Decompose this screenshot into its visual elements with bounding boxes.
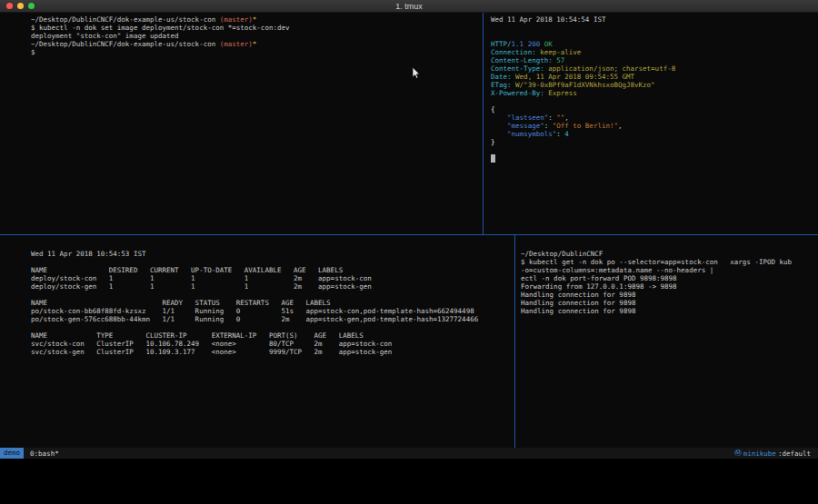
desktop-background: 1. tmux ~/Desktop/DublinCNCF/dok-example…: [0, 0, 818, 504]
close-button[interactable]: [6, 3, 13, 9]
terminal-line: "message": "Off to Berlin!",: [491, 122, 814, 130]
terminal-line: Handling connection for 9898: [521, 291, 816, 299]
pane-bottom-right-port-forward[interactable]: ~/Desktop/DublinCNCF$ kubectl get -n dok…: [515, 235, 818, 448]
terminal-line: [31, 291, 509, 299]
terminal-line: deploy/stock-gen 1 1 1 1 2m app=stock-ge…: [31, 282, 509, 291]
pane-top-left-shell[interactable]: ~/Desktop/DublinCNCF/dok-example-us/stoc…: [0, 13, 483, 234]
terminal-line: [31, 258, 509, 266]
terminal-line: -o=custom-columns=:metadata.name --no-he…: [521, 266, 816, 274]
terminal-line: NAME READY STATUS RESTARTS AGE LABELS: [31, 299, 509, 307]
pane-top-right-http-response[interactable]: Wed 11 Apr 2018 10:54:54 ISTHTTP/1.1 200…: [484, 13, 818, 234]
terminal-line: deployment "stock-con" image updated: [31, 32, 477, 40]
terminal-line: X-Powered-By: Express: [491, 89, 814, 97]
terminal-line: ETag: W/"39-0xBPf9aF1dXVNkhsxoBQgJ8vKzo": [491, 81, 814, 89]
terminal-line: Wed 11 Apr 2018 10:54:54 IST: [491, 15, 814, 24]
terminal-line: [491, 32, 814, 40]
minikube-context-name: minikube: [743, 450, 776, 458]
terminal-line: Date: Wed, 11 Apr 2018 09:54:55 GMT: [491, 73, 814, 81]
terminal-line: svc/stock-gen ClusterIP 10.109.3.177 <no…: [31, 348, 509, 356]
terminal-line: ~/Desktop/DublinCNCF/dok-example-us/stoc…: [31, 15, 477, 24]
terminal-line: ~/Desktop/DublinCNCF/dok-example-us/stoc…: [31, 40, 477, 48]
tmux-session: ~/Desktop/DublinCNCF/dok-example-us/stoc…: [0, 13, 818, 448]
terminal-line: po/stock-gen-576cc688bb-44kmn 1/1 Runnin…: [31, 315, 509, 323]
terminal-line: Content-Length: 57: [491, 56, 814, 64]
terminal-line: $ kubectl get -n dok po --selector=app=s…: [521, 258, 816, 266]
terminal-line: Forwarding from 127.0.0.1:9898 -> 9898: [521, 282, 816, 291]
terminal-line: Content-Type: application/json; charset=…: [491, 64, 814, 73]
terminal-line: svc/stock-con ClusterIP 10.106.78.249 <n…: [31, 340, 509, 348]
terminal-line: }: [491, 138, 814, 146]
traffic-lights: [6, 3, 35, 9]
terminal-line: deploy/stock-con 1 1 1 1 2m app=stock-co…: [31, 274, 509, 282]
window-tab-bash[interactable]: 0:bash*: [30, 450, 59, 458]
window-title: 1. tmux: [0, 2, 818, 11]
terminal-window: 1. tmux ~/Desktop/DublinCNCF/dok-example…: [0, 0, 818, 459]
session-name-badge[interactable]: demo: [0, 448, 24, 459]
text-cursor: [491, 154, 495, 163]
window-titlebar[interactable]: 1. tmux: [0, 0, 818, 13]
pane-bottom-left-kubectl-watch[interactable]: Wed 11 Apr 2018 10:54:53 ISTNAME DESIRED…: [0, 235, 514, 448]
zoom-button[interactable]: [28, 3, 35, 9]
terminal-line: Handling connection for 9898: [521, 307, 816, 315]
minikube-icon: Ⓜ: [734, 449, 742, 458]
terminal-line: ectl -n dok port-forward POD 9898:9898: [521, 274, 816, 282]
pane-divider-vertical-bottom[interactable]: [514, 235, 515, 448]
terminal-line: NAME TYPE CLUSTER-IP EXTERNAL-IP PORT(S)…: [31, 331, 509, 340]
terminal-line: "numsymbols": 4: [491, 130, 814, 138]
terminal-line: Wed 11 Apr 2018 10:54:53 IST: [31, 250, 509, 258]
terminal-line: HTTP/1.1 200 OK: [491, 40, 814, 48]
minikube-namespace: :default: [778, 450, 811, 458]
tmux-status-bar: demo 0:bash* Ⓜ minikube:default: [0, 448, 818, 459]
terminal-line: $ kubectl -n dok set image deployment/st…: [31, 24, 477, 32]
minimize-button[interactable]: [17, 3, 24, 9]
terminal-line: {: [491, 105, 814, 114]
mouse-cursor: [413, 67, 421, 79]
terminal-line: [491, 97, 814, 105]
pane-divider-horizontal[interactable]: [0, 234, 818, 235]
terminal-line: [491, 24, 814, 32]
terminal-line: [31, 323, 509, 331]
terminal-line: po/stock-con-bb68f88fd-kzsxz 1/1 Running…: [31, 307, 509, 315]
terminal-line: "lastseen": "",: [491, 114, 814, 122]
terminal-line: Handling connection for 9898: [521, 299, 816, 307]
minikube-context-status: Ⓜ minikube:default: [734, 449, 811, 458]
terminal-line: [491, 154, 814, 163]
terminal-line: NAME DESIRED CURRENT UP-TO-DATE AVAILABL…: [31, 266, 509, 274]
terminal-line: Connection: keep-alive: [491, 48, 814, 56]
terminal-line: ~/Desktop/DublinCNCF: [521, 250, 816, 258]
terminal-line: $: [31, 48, 477, 56]
terminal-line: [491, 146, 814, 154]
pane-divider-vertical-top[interactable]: [483, 13, 484, 234]
